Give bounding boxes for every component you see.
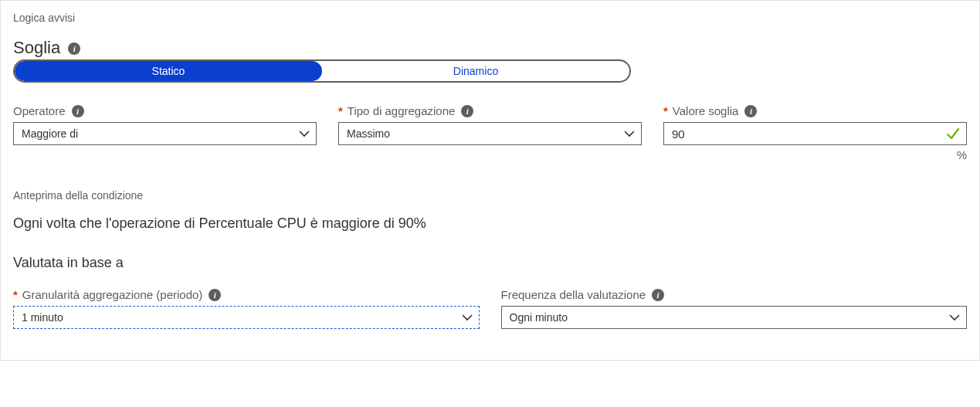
threshold-value-input-wrap [663,122,967,145]
aggregation-select[interactable]: Massimo [338,122,642,145]
threshold-value-label-text: Valore soglia [673,104,739,117]
info-icon[interactable]: i [461,105,473,117]
granularity-label: * Granularità aggregazione (periodo) i [13,288,480,301]
aggregation-label: * Tipo di aggregazione i [338,104,642,117]
threshold-heading: Soglia i [13,38,967,58]
threshold-unit: % [957,148,967,161]
operator-field: Operatore i Maggiore di [13,104,317,145]
checkmark-icon [946,127,960,141]
alert-logic-panel: Logica avvisi Soglia i Statico Dinamico … [0,0,980,361]
threshold-type-static[interactable]: Statico [15,61,322,81]
chevron-down-icon [462,312,473,323]
chevron-down-icon [949,312,960,323]
condition-row: Operatore i Maggiore di * Tipo di aggreg… [13,104,967,161]
granularity-field: * Granularità aggregazione (periodo) i 1… [13,288,480,329]
info-icon[interactable]: i [68,42,80,55]
threshold-type-dynamic[interactable]: Dinamico [322,61,629,81]
frequency-select[interactable]: Ogni minuto [501,306,968,329]
threshold-heading-text: Soglia [13,38,60,57]
info-icon[interactable]: i [209,289,221,301]
operator-select[interactable]: Maggiore di [13,122,317,145]
required-star-icon: * [663,104,668,117]
granularity-select[interactable]: 1 minuto [13,306,480,329]
operator-label-text: Operatore [13,104,66,117]
frequency-value: Ogni minuto [510,311,568,324]
granularity-label-text: Granularità aggregazione (periodo) [22,288,202,301]
evaluated-heading: Valutata in base a [13,255,967,271]
info-icon[interactable]: i [744,105,757,117]
operator-label: Operatore i [13,104,317,117]
evaluation-row: * Granularità aggregazione (periodo) i 1… [13,288,967,329]
aggregation-label-text: Tipo di aggregazione [348,104,456,117]
alert-logic-label: Logica avvisi [13,12,967,24]
aggregation-field: * Tipo di aggregazione i Massimo [338,104,642,145]
condition-preview-label: Anteprima della condizione [13,189,967,202]
required-star-icon: * [338,104,343,117]
info-icon[interactable]: i [72,105,84,117]
operator-value: Maggiore di [22,127,78,140]
threshold-type-toggle: Statico Dinamico [13,59,631,83]
required-star-icon: * [13,288,18,301]
frequency-field: Frequenza della valutazione i Ogni minut… [501,288,968,329]
threshold-value-input[interactable] [672,123,941,144]
granularity-value: 1 minuto [22,311,63,324]
info-icon[interactable]: i [652,289,664,301]
threshold-value-field: * Valore soglia i % [663,104,967,161]
frequency-label-text: Frequenza della valutazione [501,288,646,301]
chevron-down-icon [624,128,635,139]
frequency-label: Frequenza della valutazione i [501,288,968,301]
chevron-down-icon [299,128,310,139]
threshold-value-label: * Valore soglia i [663,104,967,117]
condition-preview-text: Ogni volta che l'operazione di Percentua… [13,215,967,232]
aggregation-value: Massimo [347,127,390,140]
